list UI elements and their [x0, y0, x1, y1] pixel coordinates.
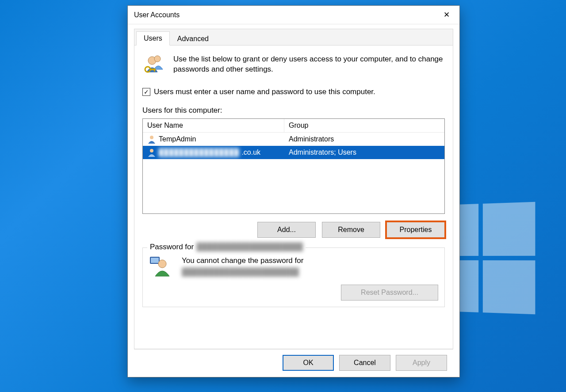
table-row[interactable]: ████████████████.co.uk Administrators; U… [143, 146, 444, 159]
intro-row: Use the list below to grant or deny user… [142, 54, 445, 78]
password-text: You cannot change the password for █████… [182, 255, 303, 278]
user-icon [147, 148, 156, 157]
password-legend-redacted: ████████████████████ [196, 243, 303, 251]
titlebar: User Accounts ✕ [128, 6, 459, 24]
svg-point-6 [150, 149, 153, 152]
password-line2-redacted: ██████████████████████ [182, 266, 303, 278]
user-icon [147, 135, 156, 144]
tab-advanced[interactable]: Advanced [170, 32, 216, 46]
password-legend: Password for ████████████████████ [147, 243, 306, 251]
svg-rect-4 [154, 69, 155, 72]
cancel-button[interactable]: Cancel [339, 355, 390, 371]
col-header-group[interactable]: Group [284, 119, 444, 132]
password-fieldset: Password for ████████████████████ You ca [142, 247, 445, 307]
require-login-checkbox[interactable]: ✓ [142, 88, 150, 96]
svg-rect-8 [151, 258, 159, 263]
cell-username-suffix: .co.uk [241, 148, 260, 156]
svg-point-5 [150, 136, 153, 139]
svg-point-9 [158, 260, 166, 268]
cell-username-redacted: ████████████████ [159, 148, 239, 156]
users-list[interactable]: User Name Group TempAdmin [142, 118, 445, 214]
add-button[interactable]: Add... [257, 222, 316, 238]
require-login-row[interactable]: ✓ Users must enter a user name and passw… [142, 88, 445, 96]
user-action-buttons: Add... Remove Properties [142, 222, 445, 238]
remove-button[interactable]: Remove [322, 222, 380, 238]
properties-button[interactable]: Properties [386, 222, 445, 238]
reset-password-button: Reset Password... [341, 285, 438, 301]
users-list-label: Users for this computer: [142, 106, 445, 115]
require-login-label: Users must enter a user name and passwor… [154, 88, 375, 96]
users-key-icon [142, 54, 165, 78]
tab-content-users: Use the list below to grant or deny user… [134, 46, 453, 349]
close-icon: ✕ [444, 10, 450, 19]
tab-users[interactable]: Users [136, 31, 170, 46]
col-header-username[interactable]: User Name [143, 119, 284, 132]
close-button[interactable]: ✕ [436, 8, 457, 22]
users-list-header: User Name Group [143, 119, 444, 133]
ok-button[interactable]: OK [283, 355, 334, 371]
password-user-icon [149, 255, 173, 279]
svg-point-1 [154, 56, 161, 62]
window-title: User Accounts [134, 11, 180, 19]
cell-username: TempAdmin [159, 135, 196, 143]
apply-button: Apply [396, 355, 447, 371]
intro-text: Use the list below to grant or deny user… [173, 54, 445, 75]
dialog-body: Users Advanced Use the list below to [128, 24, 459, 377]
table-row[interactable]: TempAdmin Administrators [143, 133, 444, 146]
user-accounts-dialog: User Accounts ✕ Users Advanced [127, 5, 460, 377]
cell-group: Administrators; Users [289, 148, 356, 156]
cell-group: Administrators [289, 135, 334, 143]
users-list-rows: TempAdmin Administrators [143, 133, 444, 213]
dialog-buttons: OK Cancel Apply [134, 349, 453, 377]
password-line1: You cannot change the password for [182, 255, 303, 266]
check-icon: ✓ [144, 89, 149, 95]
tabstrip: Users Advanced [134, 29, 453, 46]
